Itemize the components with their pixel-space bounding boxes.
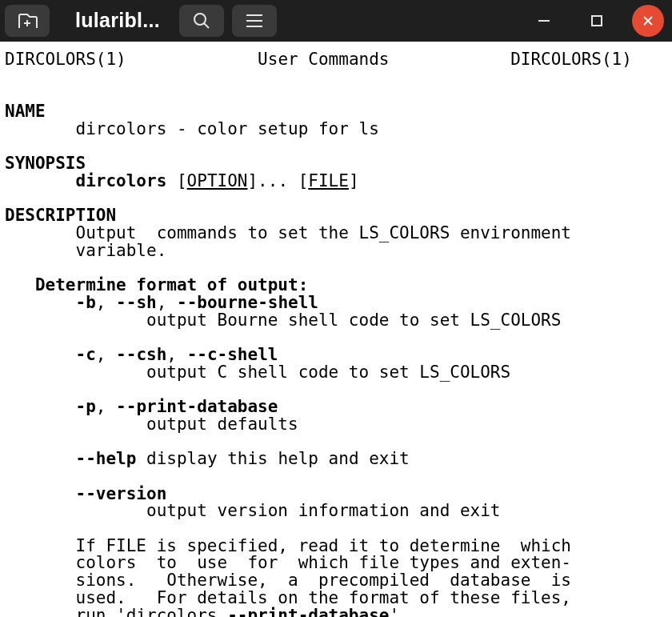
maximize-button[interactable] [574, 5, 619, 37]
blank-line [5, 258, 15, 277]
option-b-flags: -b, --sh, --bourne-shell [5, 293, 318, 312]
option-help: --help display this help and exit [5, 449, 410, 468]
maximize-icon [590, 14, 603, 27]
blank-line [5, 137, 15, 156]
subheading-output-format: Determine format of output: [5, 275, 308, 294]
option-version-flag: --version [5, 484, 166, 503]
new-tab-button[interactable] [5, 5, 50, 37]
search-button[interactable] [179, 5, 224, 37]
description-tail: sions. Otherwise, a precompiled database… [5, 571, 571, 590]
option-version-desc: output version information and exit [5, 501, 501, 520]
description-tail: run 'dircolors --print-database'. [5, 606, 410, 618]
name-line: dircolors - color setup for ls [5, 119, 379, 138]
minimize-button[interactable] [522, 5, 566, 37]
option-b-desc: output Bourne shell code to set LS_COLOR… [5, 311, 561, 330]
hamburger-icon [246, 14, 263, 28]
manpage-content[interactable]: DIRCOLORS(1) User Commands DIRCOLORS(1) … [0, 42, 672, 617]
description-tail: If FILE is specified, read it to determi… [5, 536, 571, 555]
section-synopsis: SYNOPSIS [5, 154, 86, 173]
close-icon [642, 15, 654, 26]
window-title: lularibl... [58, 10, 171, 32]
blank-line [5, 431, 15, 451]
close-button[interactable] [632, 5, 664, 37]
blank-line [5, 379, 15, 399]
blank-line [5, 519, 15, 538]
section-description: DESCRIPTION [5, 206, 116, 225]
menu-button[interactable] [232, 5, 277, 37]
option-p-flags: -p, --print-database [5, 397, 278, 416]
option-p-desc: output defaults [5, 415, 298, 434]
option-c-flags: -c, --csh, --c-shell [5, 345, 278, 364]
blank-line [5, 189, 15, 208]
new-tab-icon [17, 12, 38, 30]
window-titlebar: lularibl... [0, 0, 672, 42]
section-name: NAME [5, 102, 46, 121]
svg-point-2 [194, 14, 206, 25]
blank-line [5, 327, 15, 347]
manpage-header: DIRCOLORS(1) User Commands DIRCOLORS(1) [5, 51, 667, 69]
svg-rect-8 [592, 16, 602, 26]
blank-line [5, 84, 15, 103]
description-line: Output commands to set the LS_COLORS env… [5, 223, 571, 242]
synopsis-line: dircolors [OPTION]... [FILE] [5, 171, 359, 190]
search-icon [192, 11, 211, 30]
blank-line [5, 467, 15, 486]
option-c-desc: output C shell code to set LS_COLORS [5, 363, 510, 382]
minimize-icon [537, 14, 551, 28]
svg-line-3 [204, 23, 209, 28]
description-tail: colors to use for which file types and e… [5, 553, 571, 572]
description-tail: used. For details on the format of these… [5, 588, 571, 607]
description-line: variable. [5, 241, 166, 260]
